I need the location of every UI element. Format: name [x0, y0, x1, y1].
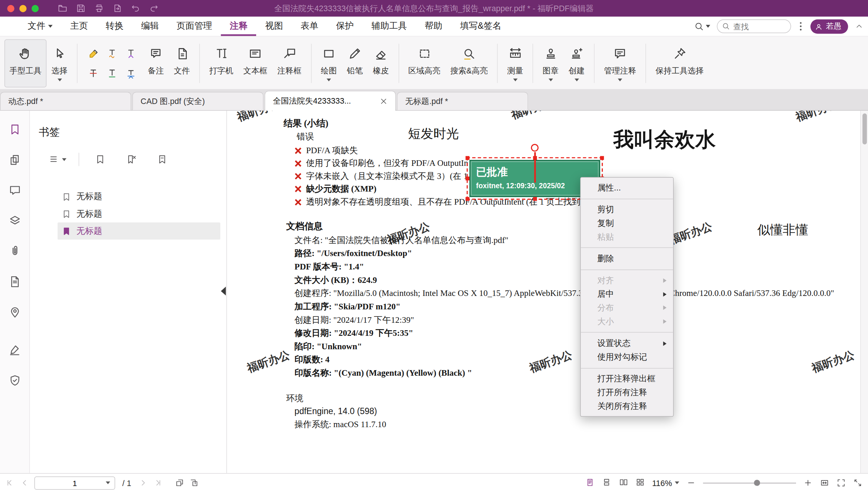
collapse-ribbon-icon[interactable]: [855, 22, 864, 31]
menu-item-open-popup[interactable]: 打开注释弹出框: [581, 372, 673, 386]
continuous-facing-view-button[interactable]: [635, 478, 645, 488]
facing-pages-view-button[interactable]: [619, 478, 628, 488]
highlight-tool-button[interactable]: [85, 45, 102, 62]
bookmark-options-button[interactable]: [42, 154, 73, 165]
close-tab-icon[interactable]: [380, 97, 387, 105]
add-bookmark-button[interactable]: [85, 154, 116, 165]
articles-panel-button[interactable]: [8, 275, 22, 288]
bookmark-item[interactable]: 无标题: [30, 188, 226, 205]
next-view-button[interactable]: [189, 478, 199, 488]
expand-view-button[interactable]: [853, 478, 862, 488]
resize-handle[interactable]: [600, 156, 604, 160]
note-tool-button[interactable]: 备注: [143, 39, 169, 87]
export-icon[interactable]: [112, 3, 122, 13]
replace-text-tool-button[interactable]: [123, 65, 140, 82]
last-page-button[interactable]: [153, 478, 162, 488]
more-options-icon[interactable]: [800, 25, 802, 27]
menu-item-set-status[interactable]: 设置状态: [581, 337, 673, 350]
undo-icon[interactable]: [130, 3, 141, 13]
bookmark-item[interactable]: 无标题: [30, 205, 226, 223]
drawing-tool-button[interactable]: 绘图: [316, 39, 342, 87]
menu-item-properties[interactable]: 属性...: [581, 181, 673, 195]
create-stamp-tool-button[interactable]: 创建: [564, 39, 590, 87]
measure-tool-button[interactable]: 测量: [502, 39, 528, 87]
callout-tool-button[interactable]: 注释框: [272, 39, 306, 87]
bookmark-item-selected[interactable]: 无标题: [57, 223, 220, 240]
zoom-slider[interactable]: [703, 482, 796, 483]
menu-view[interactable]: 视图: [256, 17, 292, 36]
tab-dongtai[interactable]: 动态.pdf *: [0, 92, 131, 110]
open-file-icon[interactable]: [57, 3, 67, 13]
menu-fill-sign[interactable]: 填写&签名: [451, 17, 510, 36]
document-page[interactable]: 福昕办公 福昕办公 福昕办公 福昕办公 福昕办公 福昕办公 福昕办公 福昕办公 …: [227, 111, 868, 473]
menu-item-center[interactable]: 居中: [581, 287, 673, 301]
chevron-down-icon[interactable]: [106, 482, 110, 484]
area-highlight-tool-button[interactable]: 区域高亮: [403, 39, 446, 87]
attachments-panel-button[interactable]: [8, 245, 22, 258]
page-number-input[interactable]: [35, 479, 115, 488]
expand-bookmarks-button[interactable]: [147, 154, 177, 165]
insert-text-tool-button[interactable]: [123, 45, 140, 62]
hand-tool-button[interactable]: 手型工具: [4, 39, 47, 87]
user-avatar[interactable]: 若愚: [811, 19, 848, 34]
strikeout-tool-button[interactable]: [85, 65, 102, 82]
redo-icon[interactable]: [149, 3, 159, 13]
menu-item-copy[interactable]: 复制: [581, 217, 673, 230]
fullscreen-button[interactable]: [836, 478, 846, 488]
signatures-panel-button[interactable]: [8, 344, 22, 357]
zoom-level-button[interactable]: 116%: [652, 479, 679, 488]
delete-bookmark-button[interactable]: [116, 154, 147, 165]
prev-page-button[interactable]: [20, 478, 29, 488]
squiggly-underline-tool-button[interactable]: [104, 45, 121, 62]
save-icon[interactable]: [76, 3, 86, 13]
find-input[interactable]: [733, 22, 781, 31]
collapse-panel-handle[interactable]: [221, 287, 226, 296]
zoom-out-button[interactable]: [686, 478, 696, 488]
maximize-window-button[interactable]: [32, 5, 39, 12]
zoom-slider-handle[interactable]: [754, 479, 760, 485]
fit-width-button[interactable]: [820, 478, 829, 488]
resize-handle[interactable]: [466, 177, 469, 180]
zoom-in-button[interactable]: [803, 478, 812, 488]
print-icon[interactable]: [94, 3, 104, 13]
keep-tool-selected-button[interactable]: 保持工具选择: [651, 39, 709, 87]
menu-home[interactable]: 主页: [62, 17, 97, 36]
resize-handle[interactable]: [533, 197, 537, 201]
menu-file[interactable]: 文件: [19, 17, 61, 36]
menu-convert[interactable]: 转换: [97, 17, 132, 36]
manage-comments-button[interactable]: 管理注释: [599, 39, 641, 87]
search-highlight-tool-button[interactable]: 搜索&高亮: [445, 39, 493, 87]
next-page-button[interactable]: [138, 478, 148, 488]
page-thumbnails-button[interactable]: [8, 153, 22, 167]
menu-comment[interactable]: 注释: [221, 17, 256, 36]
vertical-scrollbar[interactable]: [860, 111, 868, 473]
menu-accessibility[interactable]: 辅助工具: [362, 17, 416, 36]
textbox-tool-button[interactable]: 文本框: [238, 39, 272, 87]
resize-handle[interactable]: [466, 156, 469, 160]
resize-handle[interactable]: [466, 197, 469, 201]
security-panel-button[interactable]: [8, 374, 22, 388]
tab-active-document[interactable]: 全国法院失4233333...: [265, 91, 396, 110]
typewriter-tool-button[interactable]: 打字机: [204, 39, 238, 87]
minimize-window-button[interactable]: [19, 5, 26, 12]
close-window-button[interactable]: [7, 5, 14, 12]
first-page-button[interactable]: [6, 478, 15, 488]
bookmarks-panel-button[interactable]: [8, 123, 22, 136]
destinations-panel-button[interactable]: [8, 306, 22, 319]
select-tool-button[interactable]: 选择: [47, 39, 73, 87]
eraser-tool-button[interactable]: 橡皮: [368, 39, 394, 87]
scrollbar-thumb[interactable]: [862, 113, 867, 144]
search-dropdown-button[interactable]: [694, 21, 710, 31]
layers-panel-button[interactable]: [8, 214, 22, 228]
menu-item-close-all-comments[interactable]: 关闭所有注释: [581, 400, 673, 413]
comments-panel-button[interactable]: [8, 184, 22, 197]
rotate-handle[interactable]: [531, 144, 539, 152]
menu-help[interactable]: 帮助: [416, 17, 451, 36]
menu-protect[interactable]: 保护: [327, 17, 362, 36]
attach-file-tool-button[interactable]: 文件: [169, 39, 195, 87]
underline-tool-button[interactable]: [104, 65, 121, 82]
tab-untitled[interactable]: 无标题.pdf *: [397, 92, 528, 110]
pencil-tool-button[interactable]: 铅笔: [342, 39, 368, 87]
menu-page-management[interactable]: 页面管理: [168, 17, 221, 36]
previous-view-button[interactable]: [175, 478, 184, 488]
